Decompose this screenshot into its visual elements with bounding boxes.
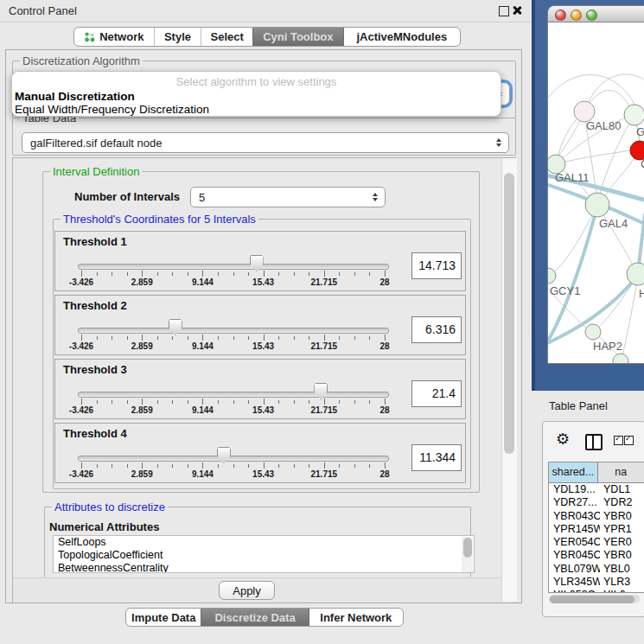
- tab-infer-network[interactable]: Infer Network: [309, 609, 403, 626]
- table-row[interactable]: YDL19...YDL1: [549, 483, 644, 496]
- list-scrollbar[interactable]: [462, 537, 473, 572]
- tick-label: 28: [360, 277, 409, 287]
- node-GAL4[interactable]: [585, 193, 609, 217]
- slider-track[interactable]: [78, 328, 389, 334]
- table-row[interactable]: YBL079WYBL0: [549, 563, 644, 576]
- node-label: GAL11: [555, 171, 590, 184]
- network-icon: [84, 31, 95, 42]
- tick-mark: [142, 462, 143, 469]
- tick-mark: [157, 400, 158, 404]
- close-icon[interactable]: [512, 5, 522, 16]
- node-label: GAL4: [599, 217, 628, 230]
- dropdown-option-equal-width-frequency-discretization[interactable]: Equal Width/Frequency Discretization: [15, 103, 209, 116]
- node[interactable]: [627, 263, 644, 285]
- minimize-traffic-light-icon[interactable]: [571, 10, 582, 21]
- tick-mark: [385, 462, 386, 469]
- slider-track[interactable]: [78, 456, 389, 462]
- tick-label: 2.859: [118, 469, 166, 479]
- table-row[interactable]: YER054CYER0: [549, 536, 644, 549]
- tick-mark: [97, 400, 98, 404]
- scrollbar-thumb[interactable]: [463, 538, 472, 558]
- tick-mark: [112, 336, 112, 340]
- list-item-selfloops[interactable]: SelfLoops: [54, 536, 474, 549]
- tick-mark: [354, 336, 355, 340]
- network-window-titlebar[interactable]: [547, 5, 644, 22]
- tick-mark: [339, 272, 340, 276]
- tab-style[interactable]: Style: [154, 28, 201, 46]
- tab-network[interactable]: Network: [74, 28, 154, 46]
- tick-mark: [248, 464, 249, 468]
- table-row[interactable]: YPR145WYPR1: [549, 523, 644, 536]
- column-header-name[interactable]: na: [598, 462, 644, 482]
- threshold-value-field[interactable]: 11.344: [411, 444, 462, 471]
- threshold-value-field[interactable]: 14.713: [411, 252, 462, 279]
- list-item-topologicalcoefficient[interactable]: TopologicalCoefficient: [54, 549, 474, 562]
- tab-discretize-data[interactable]: Discretize Data: [201, 609, 308, 626]
- table-row[interactable]: YIL053CYIL0: [549, 589, 644, 593]
- tick-mark: [142, 271, 143, 277]
- tick-mark: [218, 400, 219, 404]
- float-icon[interactable]: [499, 6, 509, 16]
- group-title: Discretization Algorithm: [20, 54, 143, 67]
- tick-mark: [278, 464, 279, 468]
- tick-label: 2.859: [118, 405, 166, 415]
- tick-mark: [202, 399, 203, 405]
- tab-label: Discretize Data: [214, 611, 295, 624]
- num-intervals-combobox[interactable]: 5: [190, 187, 386, 207]
- node-table-panel: shared... na YDL19...YDL1YDR27...YDR2YBR…: [542, 421, 644, 617]
- table-row[interactable]: YBR043CYBR0: [549, 510, 644, 523]
- scrollbar-thumb[interactable]: [550, 596, 634, 603]
- network-graph[interactable]: GAL80GACGAL11GAL4GCY1HHAP2: [548, 22, 644, 364]
- show-columns-icon[interactable]: [614, 436, 634, 445]
- slider-track[interactable]: [78, 392, 389, 398]
- apply-strip: Apply: [13, 577, 515, 603]
- table-row[interactable]: YLR345WYLR3: [549, 576, 644, 589]
- network-desktop: GAL80GACGAL11GAL4GCY1HHAP2: [532, 0, 644, 391]
- tick-label: 2.859: [118, 341, 166, 351]
- node[interactable]: [624, 105, 644, 125]
- column-header-shared-name[interactable]: shared...: [549, 462, 598, 482]
- scrollbar-thumb[interactable]: [504, 173, 514, 454]
- table-hscrollbar[interactable]: [549, 595, 640, 603]
- tab-impute-data[interactable]: Impute Data: [126, 609, 201, 626]
- settings-scrollbar[interactable]: [501, 158, 517, 602]
- application-window: Control Panel NetworkStyleSelectCyni Too…: [0, 0, 644, 644]
- zoom-traffic-light-icon[interactable]: [586, 10, 597, 21]
- split-panel-icon[interactable]: [585, 434, 603, 450]
- tick-mark: [188, 464, 188, 468]
- threshold-label: Threshold 1: [63, 235, 127, 248]
- tick-mark: [354, 400, 355, 404]
- network-edge[interactable]: [556, 150, 630, 164]
- cell-shared-name: YER054C: [549, 536, 600, 549]
- dropdown-option-manual-discretization[interactable]: Manual Discretization: [15, 90, 135, 103]
- tick-mark: [218, 272, 219, 276]
- tick-mark: [202, 335, 203, 341]
- tab-jactivemnodules[interactable]: jActiveMNodules: [343, 28, 460, 46]
- tick-mark: [112, 272, 112, 276]
- tick-label: 15.43: [239, 469, 288, 479]
- threshold-value-field[interactable]: 21.4: [411, 380, 462, 407]
- tick-mark: [339, 400, 340, 404]
- close-traffic-light-icon[interactable]: [555, 10, 566, 21]
- table-settings-gear-icon[interactable]: [556, 430, 570, 449]
- slider-track[interactable]: [78, 264, 389, 270]
- tick-mark: [369, 400, 370, 404]
- list-item-betweennesscentrality[interactable]: BetweennessCentrality: [54, 562, 474, 573]
- node[interactable]: [613, 354, 628, 364]
- table-row[interactable]: YDR27...YDR2: [549, 496, 644, 509]
- numerical-attributes-list[interactable]: SelfLoopsTopologicalCoefficientBetweenne…: [53, 535, 475, 573]
- node-HAP2[interactable]: [585, 324, 601, 340]
- apply-button[interactable]: Apply: [219, 581, 275, 600]
- tick-mark: [264, 462, 265, 469]
- node-GCY1[interactable]: [548, 268, 556, 284]
- tick-mark: [309, 464, 309, 468]
- tab-cyni-toolbox[interactable]: Cyni Toolbox: [252, 28, 343, 46]
- network-edge[interactable]: [548, 74, 634, 105]
- network-canvas[interactable]: GAL80GACGAL11GAL4GCY1HHAP2: [547, 22, 644, 364]
- node-label: C: [641, 157, 644, 170]
- table-row[interactable]: YBR045CYBR0: [549, 549, 644, 562]
- table-data-combobox[interactable]: galFiltered.sif default node: [22, 132, 509, 153]
- tab-select[interactable]: Select: [201, 28, 252, 46]
- threshold-value-field[interactable]: 6.316: [411, 316, 462, 343]
- tick-mark: [218, 336, 219, 340]
